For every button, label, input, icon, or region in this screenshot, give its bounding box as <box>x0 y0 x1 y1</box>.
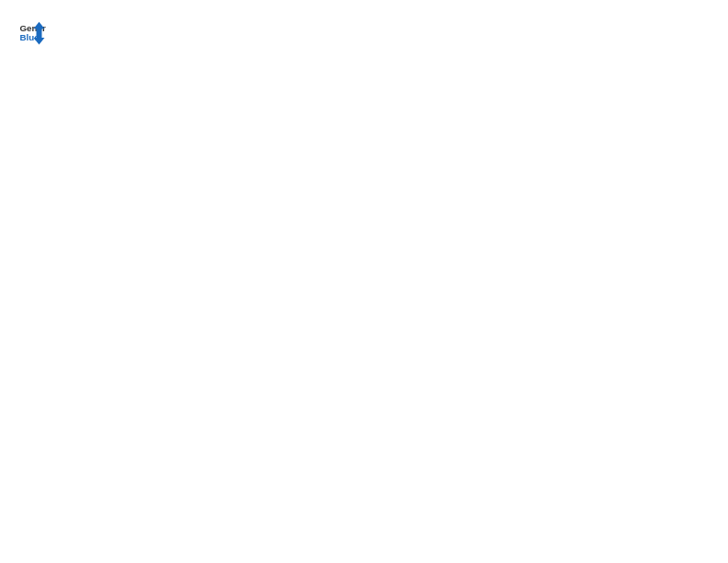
logo-icon: General Blue <box>18 18 46 46</box>
page-header: General Blue <box>18 18 710 46</box>
logo: General Blue <box>18 18 50 46</box>
